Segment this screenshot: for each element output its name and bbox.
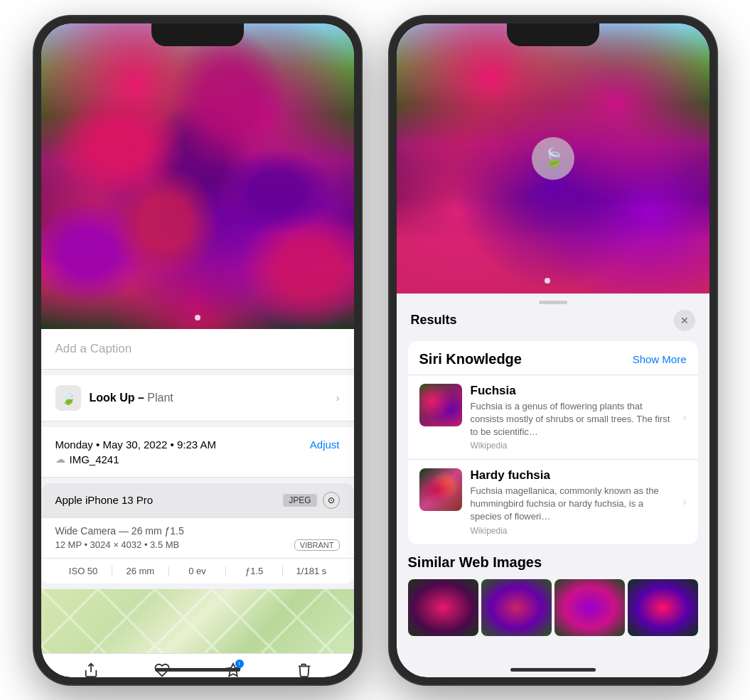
results-panel: Results ✕ Siri Knowledge Show More <box>397 294 709 677</box>
hardy-thumbnail <box>419 468 462 511</box>
cloud-icon: ☁ <box>55 453 65 465</box>
exif-focal: 26 mm <box>112 566 169 576</box>
caption-placeholder: Add a Caption <box>55 342 132 355</box>
info-badge: i <box>235 659 244 668</box>
format-badge: JPEG <box>283 494 316 507</box>
exif-row: ISO 50 26 mm 0 ev ƒ1.5 1/181 s <box>41 558 354 583</box>
similar-img-1[interactable] <box>408 579 478 636</box>
fuchsia-name: Fuchsia <box>471 384 675 398</box>
show-more-button[interactable]: Show More <box>633 353 687 365</box>
vibrant-badge: VIBRANT <box>294 539 340 551</box>
results-title: Results <box>411 313 457 328</box>
similar-title: Similar Web Images <box>408 554 698 571</box>
similar-images-grid <box>408 579 698 636</box>
hardy-name: Hardy fuchsia <box>471 468 675 483</box>
photo-display-2: 🍃 <box>397 23 709 294</box>
knowledge-item-hardy[interactable]: Hardy fuchsia Fuchsia magellanica, commo… <box>408 459 698 544</box>
hardy-desc: Fuchsia magellanica, commonly known as t… <box>471 485 675 524</box>
knowledge-text-hardy: Hardy fuchsia Fuchsia magellanica, commo… <box>471 468 675 536</box>
filename-text: IMG_4241 <box>70 453 119 465</box>
specs-text: 12 MP • 3024 × 4032 • 3.5 MB <box>55 539 180 550</box>
chevron-icon-2: › <box>683 496 687 507</box>
siri-knowledge-section: Siri Knowledge Show More Fuchsia Fuchsia… <box>408 341 698 544</box>
hardy-source: Wikipedia <box>471 526 675 536</box>
similar-web-images-section: Similar Web Images <box>397 554 709 636</box>
share-button[interactable] <box>83 662 99 677</box>
date-section: Monday • May 30, 2022 • 9:23 AM Adjust ☁… <box>41 427 354 478</box>
device-section: Apple iPhone 13 Pro JPEG ⊙ Wide Camera —… <box>41 483 354 583</box>
lookup-row[interactable]: 🍃 Look Up – Plant › <box>41 375 354 421</box>
map-area[interactable] <box>41 589 354 653</box>
toolbar: i <box>41 653 354 677</box>
delete-button[interactable] <box>296 662 312 677</box>
knowledge-text-fuchsia: Fuchsia Fuchsia is a genus of flowering … <box>471 384 675 451</box>
similar-img-3[interactable] <box>555 579 625 636</box>
visual-lookup-indicator: 🍃 <box>532 137 574 180</box>
exif-iso: ISO 50 <box>55 566 112 576</box>
siri-knowledge-title: Siri Knowledge <box>419 351 522 367</box>
home-indicator-2 <box>510 668 596 672</box>
exif-shutter: 1/181 s <box>283 566 339 576</box>
notch-2 <box>507 23 599 46</box>
exif-aperture: ƒ1.5 <box>226 566 283 576</box>
lookup-chevron: › <box>336 392 340 404</box>
photo-display <box>41 23 354 329</box>
chevron-icon-1: › <box>683 411 687 423</box>
date-text: Monday • May 30, 2022 • 9:23 AM <box>55 438 216 451</box>
similar-img-2[interactable] <box>481 579 552 636</box>
drag-handle[interactable] <box>397 294 709 307</box>
fuchsia-desc: Fuchsia is a genus of flowering plants t… <box>471 400 675 439</box>
notch <box>151 23 244 46</box>
home-indicator <box>155 668 240 672</box>
phone-2: 🍃 Results ✕ <box>390 16 717 684</box>
camera-detail: Wide Camera — 26 mm ƒ1.5 <box>55 525 340 537</box>
exif-ev: 0 ev <box>169 566 226 576</box>
close-button[interactable]: ✕ <box>674 310 695 331</box>
device-name: Apple iPhone 13 Pro <box>55 494 154 506</box>
fuchsia-source: Wikipedia <box>471 441 675 451</box>
fuchsia-thumbnail <box>419 384 462 426</box>
similar-img-4[interactable] <box>628 579 698 636</box>
phone-1: Add a Caption 🍃 Look Up – Plant › Monday… <box>34 16 361 684</box>
page-dot <box>545 278 550 284</box>
lookup-label: Look Up – Plant <box>90 392 173 404</box>
leaf-icon: 🍃 <box>542 147 564 169</box>
lookup-icon: 🍃 <box>55 385 81 411</box>
caption-field[interactable]: Add a Caption <box>41 329 354 370</box>
adjust-button[interactable]: Adjust <box>310 438 340 451</box>
camera-settings-icon[interactable]: ⊙ <box>323 492 340 509</box>
knowledge-item-fuchsia[interactable]: Fuchsia Fuchsia is a genus of flowering … <box>408 375 698 460</box>
